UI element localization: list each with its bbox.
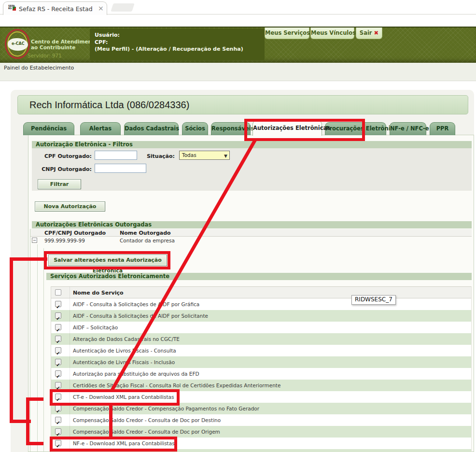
browser-tabstrip: SEFA RS Sefaz RS - Receita Estadua ×: [0, 0, 476, 14]
service-checkbox[interactable]: ✔: [55, 370, 61, 377]
tree-line: [30, 229, 30, 452]
check-icon: ✔: [56, 409, 60, 414]
service-row: ✔ Autenticação de Livros Fiscais - Inclu…: [51, 356, 471, 368]
service-row: ✔ AIDF – Solicitação: [51, 322, 471, 333]
situacao-select[interactable]: Todas ▼: [179, 151, 230, 160]
tab-nfe-nfce[interactable]: NF-e / NFC-e: [390, 122, 426, 135]
tab-alertas[interactable]: Alertas: [80, 122, 121, 135]
service-row: ✔ AIDF - Consulta à Solicitações de AIDF…: [51, 298, 471, 310]
situacao-selected-value: Todas: [182, 152, 196, 158]
check-icon: ✔: [56, 327, 60, 333]
meus-vinculos-button[interactable]: Meus Vínculos: [310, 28, 354, 39]
cpf-label: CPF:: [95, 39, 260, 46]
service-checkbox[interactable]: ✔: [55, 312, 61, 319]
breadcrumb-label: Painel do Estabelecimento: [4, 65, 74, 71]
service-row: ✔ Autenticação de Livros Fiscais - Consu…: [51, 345, 471, 356]
servicos-table-header: Nome do Serviço: [51, 286, 471, 298]
outorgadas-section-header: Autorizações Eletrônicas Outorgadas: [32, 221, 472, 228]
filters-section-header: Autorização Eletrônica - Filtros: [32, 141, 472, 148]
tab-close-icon[interactable]: ×: [98, 4, 104, 12]
page-title: Rech Informática Ltda (086/0284336): [17, 95, 468, 114]
service-row: ✔ Autorização para substituição de arqui…: [51, 368, 471, 380]
browser-urlbar: ← → ↻ ⌂ https://www.sefaz.rs.gov.br/Rece…: [0, 14, 476, 27]
servicos-section-header: Serviços Autorizados Eletronicamente: [46, 273, 472, 280]
check-icon: ✔: [56, 420, 60, 425]
col-cpf-cnpj-outorgado: CPF/CNPJ Outorgado: [44, 230, 106, 236]
check-icon: ✔: [56, 351, 60, 356]
browser-window: SEFA RS Sefaz RS - Receita Estadua × ← →…: [0, 0, 476, 452]
sair-label: Sair: [360, 29, 372, 36]
service-checkbox[interactable]: ✔: [55, 347, 61, 353]
breadcrumb: Painel do Estabelecimento: [0, 63, 476, 81]
servicos-table: Nome do Serviço ✔ AIDF - Consulta à Soli…: [51, 286, 472, 452]
tree-line: [43, 248, 44, 452]
select-all-checkbox[interactable]: [55, 289, 61, 296]
check-icon: ✔: [56, 443, 60, 449]
service-row: ✔ AIDF - Consulta à Solicitações de AIDF…: [51, 310, 471, 322]
service-checkbox[interactable]: ✔: [55, 359, 61, 365]
salvar-alteracoes-button[interactable]: Salvar alterações nesta Autorização Elet…: [48, 254, 167, 266]
check-icon: ✔: [56, 374, 60, 379]
situacao-label: Situação:: [135, 153, 175, 159]
service-row-partial: [51, 449, 471, 452]
cpf-outorgado-label: CPF Outorgado:: [29, 153, 92, 159]
site-header: e-CAC Centro de Atendimento ao Contribui…: [0, 27, 476, 63]
tab-pendencias[interactable]: Pendências: [23, 122, 74, 135]
service-checkbox[interactable]: ✔: [55, 417, 61, 423]
perfil-links[interactable]: (Meu Perfil) - (Alteração / Recuperação …: [95, 46, 260, 53]
sair-button[interactable]: Sair ✖: [356, 28, 382, 39]
outorgado-cpf-cell: 999.999.999-99: [44, 238, 85, 243]
service-row: ✔ Compensação Saldo Credor - Consulta de…: [51, 414, 471, 426]
col-nome-outorgado: Nome Outorgado: [120, 230, 171, 236]
chevron-down-icon: ▼: [224, 152, 227, 160]
service-checkbox[interactable]: ✔: [55, 428, 61, 435]
filtrar-button[interactable]: Filtrar: [38, 179, 81, 189]
check-icon: ✔: [56, 397, 60, 402]
service-checkbox[interactable]: ✔: [55, 301, 61, 307]
check-icon: ✔: [56, 339, 60, 344]
collapse-row-icon[interactable]: −: [32, 238, 37, 243]
col-nome-do-servico: Nome do Serviço: [73, 287, 124, 299]
service-row: ✔ NF-e - Download XML para Contabilistas: [51, 438, 471, 449]
service-row: ✔ Compensação Saldo Credor - Compensação…: [51, 403, 471, 414]
check-icon: ✔: [56, 362, 60, 367]
servidor-label: Servidor: 971: [28, 53, 62, 58]
service-row: ✔ Alteração de Dados Cadastrais no CGC/T…: [51, 333, 471, 345]
cnpj-outorgado-label: CNPJ Outorgado:: [29, 166, 92, 172]
outorgado-nome-cell: Contador da empresa: [120, 238, 175, 243]
service-checkbox[interactable]: ✔: [55, 394, 61, 400]
ecac-logo-text: e-CAC: [12, 42, 25, 46]
service-checkbox[interactable]: ✔: [55, 382, 61, 388]
tab-dados-cadastrais[interactable]: Dados Cadastrais: [124, 122, 179, 135]
service-row: ✔ Certidões de Situação Fiscal - Consult…: [51, 380, 471, 391]
tab-responsaveis[interactable]: Responsáveis: [211, 122, 251, 135]
tab-procuracoes-eletronicas[interactable]: Procurações Eletrônicas: [325, 122, 386, 135]
service-row: ✔ Compensação Saldo Credor - Consulta de…: [51, 426, 471, 438]
tab-autorizacoes-eletronicas[interactable]: Autorizações Eletrônicas: [252, 120, 322, 136]
tooltip: RIDWSESC_7: [351, 295, 396, 305]
meus-servicos-button[interactable]: Meus Serviços: [265, 28, 309, 39]
org-name-line1: Centro de Atendimento: [31, 39, 98, 44]
cnpj-outorgado-input[interactable]: [95, 164, 146, 173]
cpf-outorgado-input[interactable]: [95, 151, 137, 160]
service-checkbox[interactable]: ✔: [55, 324, 61, 330]
sefaz-favicon-icon: SEFA RS: [8, 5, 16, 13]
user-info-panel: Usuário: CPF: (Meu Perfil) - (Alteração …: [90, 28, 265, 60]
usuario-label: Usuário:: [95, 32, 260, 39]
org-name-line2: ao Contribuinte: [31, 44, 75, 50]
check-icon: ✔: [56, 385, 60, 391]
service-checkbox[interactable]: ✔: [55, 405, 61, 411]
tab-socios[interactable]: Sócios: [182, 122, 208, 135]
check-icon: ✔: [56, 304, 60, 310]
service-checkbox[interactable]: ✔: [55, 440, 61, 446]
tree-line: [37, 244, 38, 452]
check-icon: ✔: [56, 316, 60, 321]
browser-tab[interactable]: SEFA RS Sefaz RS - Receita Estadua ×: [3, 1, 107, 15]
tab-ppr[interactable]: PPR: [430, 122, 455, 135]
nova-autorizacao-button[interactable]: Nova Autorização: [35, 201, 105, 212]
service-checkbox[interactable]: ✔: [55, 336, 61, 342]
new-tab-button[interactable]: [111, 3, 135, 12]
service-row: ✔ CT-e - Download XML para Contabilistas: [51, 391, 471, 403]
sair-x-icon: ✖: [374, 29, 379, 36]
browser-tab-title: Sefaz RS - Receita Estadua: [19, 5, 92, 13]
